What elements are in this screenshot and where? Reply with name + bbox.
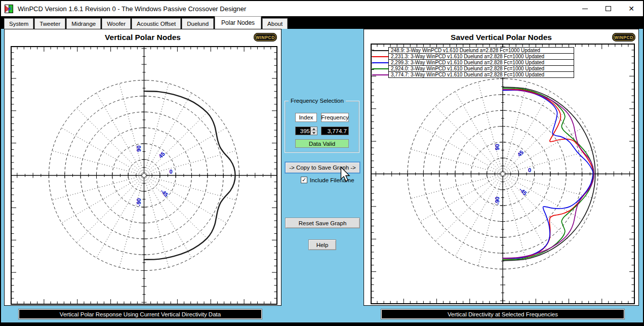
saved-frequencies-legend: 248.9: 3-Way WinPCD v1.610 Duelund a=2.8… xyxy=(372,47,574,77)
app-icon xyxy=(5,5,13,13)
left-footer-caption: Vertical Polar Response Using Current Ve… xyxy=(19,309,262,319)
saved-polar-panel: Saved Vertical Polar Nodes WINPCD 90450-… xyxy=(364,29,639,306)
index-value[interactable]: 395 xyxy=(296,127,310,135)
index-label: Index xyxy=(295,113,317,122)
legend-line-swatch xyxy=(372,56,388,57)
legend-line-swatch xyxy=(372,74,388,75)
angle-label--90: -90 xyxy=(136,198,142,207)
right-footer-caption: Vertical Directivity at Selected Frequen… xyxy=(381,309,624,319)
mouse-cursor xyxy=(340,167,352,182)
angle-label-90: 90 xyxy=(136,145,142,151)
legend-label: 3,774.7: 3-Way WinPCD v1.610 Duelund a=2… xyxy=(388,71,574,78)
angle-label-90: 90 xyxy=(494,144,500,150)
winpcd-badge-right: WINPCD xyxy=(612,33,635,42)
checkmark-icon: ✓ xyxy=(302,177,306,183)
include-filename-checkbox[interactable]: ✓ xyxy=(301,177,307,183)
window-border-left xyxy=(0,0,1,326)
maximize-icon xyxy=(606,6,611,11)
minimize-button[interactable] xyxy=(573,1,596,16)
app-window: WinPCD Version 1.6.1 Revision 0 - The Wi… xyxy=(0,0,644,326)
legend-item: 3,774.7: 3-Way WinPCD v1.610 Duelund a=2… xyxy=(372,71,574,78)
tab-acoustic-offset[interactable]: Acoustic Offset xyxy=(132,18,181,29)
spin-up-button[interactable] xyxy=(311,127,317,131)
left-plot-title: Vertical Polar Nodes xyxy=(5,33,281,42)
help-button[interactable]: Help xyxy=(308,239,336,250)
data-valid-status: Data Valid xyxy=(295,139,349,148)
tab-polar-nodes[interactable]: Polar Nodes xyxy=(215,16,261,29)
spin-down-button[interactable] xyxy=(311,131,317,135)
tab-tweeter[interactable]: Tweeter xyxy=(34,18,65,29)
index-spinner[interactable]: 395 xyxy=(295,127,317,135)
legend-line-swatch xyxy=(372,68,388,69)
tab-bar: System Tweeter Midrange Woofer Acoustic … xyxy=(1,16,643,29)
tab-woofer[interactable]: Woofer xyxy=(102,18,131,29)
frequency-value: 3,774.7 xyxy=(321,127,349,135)
reset-save-graph-button[interactable]: Reset Save Graph xyxy=(285,218,360,228)
polar-plot-saved: 90450-45-90 xyxy=(371,44,635,304)
winpcd-badge-left: WINPCD xyxy=(254,33,277,42)
angle-label--90: -90 xyxy=(494,197,500,205)
current-polar-panel: Vertical Polar Nodes WINPCD 90450-45-90 xyxy=(4,29,281,306)
close-icon: ✕ xyxy=(628,5,634,12)
title-bar: WinPCD Version 1.6.1 Revision 0 - The Wi… xyxy=(1,1,643,16)
tab-system[interactable]: System xyxy=(4,18,33,29)
window-border-bottom xyxy=(0,322,644,326)
spin-down-icon xyxy=(312,132,315,134)
spin-up-icon xyxy=(312,128,315,130)
window-border-top xyxy=(0,0,644,1)
frequency-label: Frequency xyxy=(321,113,349,122)
window-controls: ✕ xyxy=(573,1,643,16)
frequency-selection-group: Frequency Selection Index Frequency 395 … xyxy=(285,101,359,153)
tab-midrange[interactable]: Midrange xyxy=(66,18,101,29)
maximize-button[interactable] xyxy=(596,1,620,16)
angle-label-0: 0 xyxy=(528,167,531,173)
angle-label-0: 0 xyxy=(169,169,172,175)
window-title: WinPCD Version 1.6.1 Revision 0 - The Wi… xyxy=(18,5,246,13)
polar-plot-current: 90450-45-90 xyxy=(11,46,277,305)
close-button[interactable]: ✕ xyxy=(620,1,643,16)
tab-duelund[interactable]: Duelund xyxy=(182,18,214,29)
frequency-selection-label: Frequency Selection xyxy=(289,98,346,104)
minimize-icon xyxy=(582,9,588,9)
legend-line-swatch xyxy=(372,50,388,51)
tab-about[interactable]: About xyxy=(262,18,288,29)
index-spinner-buttons xyxy=(310,127,317,135)
legend-line-swatch xyxy=(372,62,388,63)
right-plot-title: Saved Vertical Polar Nodes xyxy=(364,33,638,42)
